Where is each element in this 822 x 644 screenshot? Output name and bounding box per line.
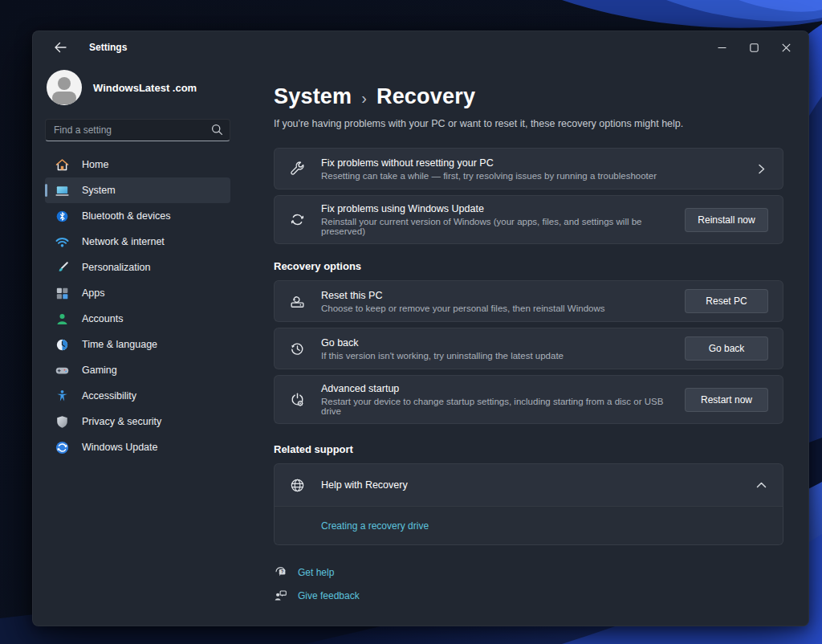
- footer-links: ? Get help Give feedback: [274, 565, 783, 602]
- maximize-button[interactable]: [738, 31, 770, 63]
- sidebar-item-label: System: [82, 185, 116, 196]
- wifi-icon: [55, 234, 70, 250]
- card-description: Reinstall your current version of Window…: [321, 217, 685, 236]
- sidebar-item-network-internet[interactable]: Network & internet: [45, 229, 230, 255]
- minimize-icon: [718, 43, 726, 52]
- card-title: Fix problems using Windows Update: [321, 203, 685, 214]
- sidebar-item-windows-update[interactable]: Windows Update: [45, 434, 230, 460]
- sidebar-item-label: Home: [82, 159, 108, 170]
- searchbox: [45, 119, 230, 141]
- sidebar-item-privacy-security[interactable]: Privacy & security: [45, 409, 230, 434]
- card-text: Reset this PC Choose to keep or remove y…: [321, 290, 685, 313]
- home-icon: [55, 157, 70, 173]
- sidebar-item-home[interactable]: Home: [45, 152, 230, 177]
- apps-icon: [55, 286, 70, 301]
- sidebar-nav: Home System: [45, 152, 230, 460]
- sidebar-item-label: Windows Update: [82, 442, 158, 453]
- sidebar-item-accounts[interactable]: Accounts: [45, 306, 230, 332]
- sidebar-item-label: Privacy & security: [82, 416, 161, 427]
- give-feedback-link[interactable]: Give feedback: [298, 590, 360, 601]
- sidebar-item-time-language[interactable]: Time & language: [45, 332, 230, 357]
- avatar: [47, 70, 82, 105]
- account-row[interactable]: WindowsLatest .com: [47, 70, 230, 105]
- sidebar-item-apps[interactable]: Apps: [45, 280, 230, 306]
- recovery-option-cards: Reset this PC Choose to keep or remove y…: [274, 280, 783, 424]
- paintbrush-icon: [55, 260, 70, 275]
- reset-pc-icon: [289, 293, 306, 310]
- breadcrumb-separator: ›: [361, 89, 367, 108]
- sidebar-item-label: Network & internet: [82, 236, 165, 247]
- close-icon: [782, 43, 791, 52]
- card-text: Fix problems without resetting your PC R…: [321, 157, 756, 181]
- card-description: Resetting can take a while — first, try …: [321, 171, 756, 181]
- sidebar-item-label: Gaming: [82, 365, 117, 376]
- page-title: Recovery: [376, 84, 475, 109]
- back-arrow-icon: [54, 42, 67, 53]
- recovery-drive-link[interactable]: Creating a recovery drive: [321, 520, 429, 532]
- sidebar-item-label: Time & language: [82, 339, 157, 350]
- history-icon: [289, 340, 306, 357]
- card-text: Advanced startup Restart your device to …: [321, 383, 685, 416]
- sidebar-item-bluetooth-devices[interactable]: Bluetooth & devices: [45, 203, 230, 229]
- get-help-icon: ?: [274, 565, 287, 579]
- back-button[interactable]: [49, 38, 71, 57]
- restart-now-button[interactable]: Restart now: [685, 388, 768, 412]
- search-icon: [211, 124, 223, 136]
- expander-header[interactable]: Help with Recovery: [275, 464, 783, 506]
- breadcrumb: System › Recovery: [274, 84, 783, 109]
- close-button[interactable]: [770, 31, 802, 63]
- sidebar-item-label: Personalization: [82, 262, 150, 273]
- svg-text:?: ?: [281, 569, 283, 574]
- get-help-link[interactable]: Get help: [298, 567, 334, 578]
- reset-pc-button[interactable]: Reset PC: [685, 289, 768, 313]
- globe-icon: [289, 477, 306, 494]
- go-back-button[interactable]: Go back: [685, 336, 768, 361]
- sidebar-item-label: Bluetooth & devices: [82, 210, 171, 222]
- get-help-row: ? Get help: [274, 565, 783, 579]
- advanced-startup-card: Advanced startup Restart your device to …: [274, 375, 783, 424]
- card-description: Choose to keep or remove your personal f…: [321, 304, 685, 313]
- card-title: Advanced startup: [321, 383, 685, 394]
- sync-icon: [289, 211, 306, 228]
- card-text: Fix problems using Windows Update Reinst…: [321, 203, 685, 236]
- troubleshooter-card[interactable]: Fix problems without resetting your PC R…: [274, 148, 783, 190]
- sidebar-item-label: Apps: [82, 287, 105, 299]
- card-text: Help with Recovery: [321, 479, 756, 491]
- go-back-card: Go back If this version isn't working, t…: [274, 328, 783, 369]
- accounts-icon: [55, 312, 70, 327]
- fix-with-update-card: Fix problems using Windows Update Reinst…: [274, 195, 783, 244]
- minimize-button[interactable]: [706, 31, 738, 63]
- wrench-icon: [289, 161, 306, 177]
- breadcrumb-system[interactable]: System: [274, 84, 352, 109]
- reinstall-now-button[interactable]: Reinstall now: [685, 208, 768, 232]
- reset-this-pc-card: Reset this PC Choose to keep or remove y…: [274, 280, 783, 322]
- sidebar-item-label: Accessibility: [82, 390, 136, 401]
- window-controls: [706, 31, 802, 63]
- main-content: System › Recovery If you're having probl…: [242, 63, 808, 626]
- card-description: If this version isn't working, try unins…: [321, 351, 685, 361]
- card-description: Restart your device to change startup se…: [321, 397, 685, 416]
- sidebar-item-system[interactable]: System: [45, 177, 230, 203]
- sidebar-item-accessibility[interactable]: Accessibility: [45, 383, 230, 409]
- accessibility-icon: [55, 389, 70, 404]
- settings-window: Settings WindowsLatest .com: [32, 31, 809, 626]
- sidebar-item-gaming[interactable]: Gaming: [45, 357, 230, 383]
- titlebar: Settings: [33, 31, 808, 63]
- card-title: Go back: [321, 337, 685, 348]
- top-cards: Fix problems without resetting your PC R…: [274, 148, 783, 244]
- feedback-icon: [274, 589, 287, 602]
- expander-title: Help with Recovery: [321, 479, 756, 491]
- window-title: Settings: [89, 42, 127, 53]
- expander-body: Creating a recovery drive: [275, 506, 783, 544]
- page-subtitle: If you're having problems with your PC o…: [274, 118, 783, 129]
- card-title: Reset this PC: [321, 290, 685, 301]
- shield-icon: [55, 414, 70, 430]
- bluetooth-icon: [55, 209, 70, 224]
- chevron-right-icon: [756, 164, 768, 174]
- search-input[interactable]: [45, 119, 230, 141]
- sidebar-item-personalization[interactable]: Personalization: [45, 255, 230, 280]
- account-name: WindowsLatest .com: [93, 82, 197, 94]
- sidebar: WindowsLatest .com Home: [33, 63, 242, 626]
- gamepad-icon: [55, 363, 70, 378]
- recovery-options-heading: Recovery options: [274, 260, 783, 272]
